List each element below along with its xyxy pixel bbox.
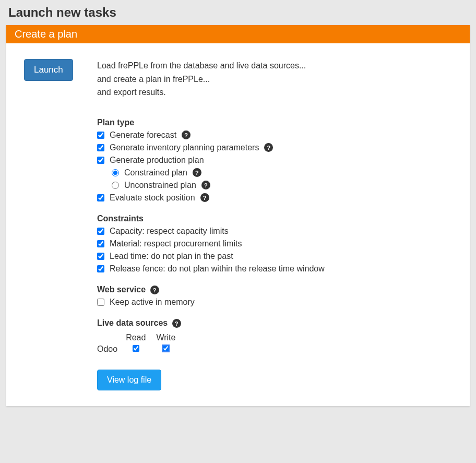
live-data-heading-text: Live data sources xyxy=(97,318,168,327)
keep-active-label: Keep active in memory xyxy=(110,298,195,307)
help-icon[interactable]: ? xyxy=(201,181,210,189)
unconstrained-plan-row: Unconstrained plan ? xyxy=(112,181,452,190)
generate-forecast-checkbox[interactable] xyxy=(97,132,104,139)
description-line-2: and create a plan in frePPLe... xyxy=(97,73,452,86)
panel-body: Launch Load frePPLe from the database an… xyxy=(6,43,470,406)
odoo-read-checkbox[interactable] xyxy=(133,345,139,352)
view-log-button[interactable]: View log file xyxy=(97,370,161,390)
release-fence-checkbox[interactable] xyxy=(97,265,104,272)
help-icon[interactable]: ? xyxy=(264,143,273,152)
lead-time-row: Lead time: do not plan in the past xyxy=(97,252,452,261)
generate-inventory-checkbox[interactable] xyxy=(97,144,104,151)
capacity-row: Capacity: respect capacity limits xyxy=(97,227,452,236)
live-data-row-odoo: Odoo xyxy=(97,345,177,354)
description-line-1: Load frePPLe from the database and live … xyxy=(97,59,452,73)
constrained-plan-label: Constrained plan xyxy=(124,168,187,177)
help-icon[interactable]: ? xyxy=(150,286,159,294)
unconstrained-plan-label: Unconstrained plan xyxy=(124,181,196,190)
material-checkbox[interactable] xyxy=(97,240,104,247)
live-data-row-label: Odoo xyxy=(97,345,117,354)
help-icon[interactable]: ? xyxy=(200,193,209,202)
web-service-heading-text: Web service xyxy=(97,285,146,294)
live-data-col-write: Write xyxy=(154,333,177,342)
constrained-plan-row: Constrained plan ? xyxy=(112,168,452,177)
lead-time-label: Lead time: do not plan in the past xyxy=(110,252,233,261)
left-column: Launch xyxy=(24,59,97,81)
generate-forecast-row: Generate forecast ? xyxy=(97,130,452,140)
evaluate-stock-label: Evaluate stock position xyxy=(110,193,195,203)
live-data-table: Read Write Odoo xyxy=(91,331,184,356)
lead-time-checkbox[interactable] xyxy=(97,253,104,260)
capacity-label: Capacity: respect capacity limits xyxy=(110,227,229,236)
constraints-heading: Constraints xyxy=(97,214,452,223)
plan-type-heading: Plan type xyxy=(97,118,452,127)
create-plan-panel: Create a plan Launch Load frePPLe from t… xyxy=(6,25,470,406)
generate-forecast-label: Generate forecast xyxy=(110,130,176,140)
keep-active-row: Keep active in memory xyxy=(97,298,452,307)
generate-inventory-label: Generate inventory planning parameters xyxy=(110,143,259,152)
constrained-plan-radio[interactable] xyxy=(112,169,119,176)
generate-inventory-row: Generate inventory planning parameters ? xyxy=(97,143,452,152)
release-fence-row: Release fence: do not plan within the re… xyxy=(97,264,452,274)
release-fence-label: Release fence: do not plan within the re… xyxy=(110,264,325,274)
unconstrained-plan-radio[interactable] xyxy=(112,182,119,189)
generate-production-label: Generate production plan xyxy=(110,156,204,165)
help-icon[interactable]: ? xyxy=(193,168,201,177)
help-icon[interactable]: ? xyxy=(172,319,181,328)
right-column: Load frePPLe from the database and live … xyxy=(97,59,452,390)
live-data-col-read: Read xyxy=(124,333,148,342)
capacity-checkbox[interactable] xyxy=(97,228,104,235)
evaluate-stock-row: Evaluate stock position ? xyxy=(97,193,452,203)
material-row: Material: respect procurement limits xyxy=(97,239,452,248)
page-title: Launch new tasks xyxy=(0,0,476,25)
launch-button[interactable]: Launch xyxy=(24,59,73,81)
material-label: Material: respect procurement limits xyxy=(110,239,242,248)
web-service-heading: Web service ? xyxy=(97,285,452,294)
keep-active-checkbox[interactable] xyxy=(97,299,104,306)
generate-production-checkbox[interactable] xyxy=(97,157,104,164)
description-line-3: and export results. xyxy=(97,86,452,99)
help-icon[interactable]: ? xyxy=(182,130,191,139)
generate-production-row: Generate production plan xyxy=(97,156,452,165)
evaluate-stock-checkbox[interactable] xyxy=(97,194,104,201)
odoo-write-checkbox[interactable] xyxy=(162,345,169,352)
panel-header: Create a plan xyxy=(6,25,470,43)
live-data-heading: Live data sources ? xyxy=(97,318,452,328)
